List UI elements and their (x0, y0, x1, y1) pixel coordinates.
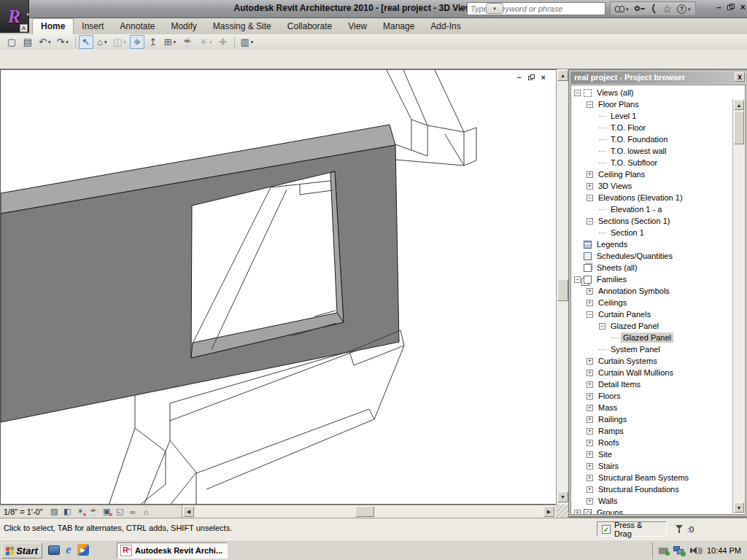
view-restore-icon[interactable] (528, 74, 535, 81)
expand-icon[interactable]: + (587, 183, 593, 190)
tree-item[interactable]: +Ramps (571, 425, 733, 437)
tree-item[interactable]: −Floor Plans (571, 98, 733, 110)
tree-item[interactable]: −Curtain Panels (571, 308, 733, 320)
expand-icon[interactable]: + (587, 370, 593, 376)
tree-vertical-scrollbar[interactable]: ▲ ▼ (732, 99, 744, 513)
collapse-icon[interactable]: − (587, 195, 593, 201)
expand-icon[interactable]: + (587, 440, 593, 446)
view-close-icon[interactable]: × (541, 73, 546, 82)
drawing-viewport[interactable] (1, 70, 555, 504)
show-crop-region-icon[interactable]: ◱ (114, 506, 126, 517)
collapse-icon[interactable]: − (587, 218, 593, 225)
tab-view[interactable]: View (340, 19, 375, 34)
horizontal-scroll-thumb[interactable] (355, 506, 374, 517)
favorites-star-icon[interactable]: ☆ (663, 4, 673, 14)
tree-item[interactable]: +Curtain Wall Mullions (571, 367, 733, 378)
tree-item[interactable]: T.O. Foundation (571, 133, 733, 145)
tree-item[interactable]: Level 1 (571, 110, 733, 122)
tab-annotate[interactable]: Annotate (112, 19, 163, 34)
chevron-down-icon[interactable]: ▾ (209, 39, 212, 44)
qat-new-file-icon[interactable]: ▢ (4, 35, 19, 49)
tab-manage[interactable]: Manage (375, 19, 422, 34)
vertical-scroll-thumb[interactable] (557, 279, 568, 301)
tree-item[interactable]: +Structural Foundations (571, 483, 733, 495)
tree-item[interactable]: Glazed Panel (571, 332, 733, 343)
tree-scroll-up-icon[interactable]: ▲ (734, 100, 744, 110)
scroll-right-icon[interactable]: ▶ (543, 506, 554, 517)
tree-item[interactable]: +Detail Items (571, 378, 733, 390)
temporary-hide-isolate-icon[interactable]: ∞ (127, 506, 139, 517)
project-browser-title[interactable]: real project - Project browser (570, 71, 746, 84)
expand-icon[interactable]: + (587, 451, 593, 458)
tree-item[interactable]: +Floors (571, 390, 733, 402)
filter-funnel-icon[interactable] (675, 525, 684, 533)
qat-switch-windows-icon[interactable]: ⊞▾ (162, 35, 178, 49)
start-button[interactable]: Start (1, 542, 42, 559)
communication-center-icon[interactable] (651, 5, 658, 12)
tree-item[interactable]: System Panel (571, 343, 733, 355)
tree-item[interactable]: Elevation 1 - a (571, 203, 733, 215)
expand-icon[interactable]: + (587, 486, 593, 493)
chevron-down-icon[interactable]: ▾ (174, 39, 177, 44)
chevron-down-icon[interactable]: ▾ (66, 39, 69, 44)
canvas-vertical-scrollbar[interactable]: ▲ ▼ (556, 69, 568, 505)
tab-add-ins[interactable]: Add-Ins (422, 19, 468, 34)
tree-item[interactable]: Schedules/Quantities (571, 250, 733, 262)
tree-item[interactable]: −Views (all) (571, 87, 733, 98)
expand-icon[interactable]: + (587, 393, 593, 400)
minimize-icon[interactable]: – (716, 2, 721, 12)
tree-item[interactable]: +Ceilings (571, 297, 733, 308)
qat-modify-cursor-icon[interactable]: ↖ (79, 35, 93, 49)
tree-item[interactable]: +Mass (571, 402, 733, 413)
expand-icon[interactable]: + (587, 416, 593, 423)
resize-grip[interactable] (556, 505, 568, 518)
qat-section-icon[interactable]: ◫▾ (111, 35, 128, 49)
rendering-dialog-icon[interactable]: ☕ (88, 506, 100, 517)
tab-massing-site[interactable]: Massing & Site (205, 19, 279, 34)
view-scale[interactable]: 1/8" = 1'-0" (4, 508, 43, 516)
tree-item[interactable]: T.O. Floor (571, 122, 733, 133)
qat-save-icon[interactable]: ▤ (20, 35, 35, 49)
tab-insert[interactable]: Insert (74, 19, 112, 34)
reveal-hidden-elements-icon[interactable]: ☼ (140, 506, 152, 517)
tab-home[interactable]: Home (32, 18, 74, 34)
expand-icon[interactable]: + (587, 463, 593, 470)
tree-item[interactable]: −Glazed Panel (571, 320, 733, 332)
collapse-icon[interactable]: − (574, 276, 581, 283)
network-icon[interactable] (673, 546, 685, 556)
tree-item[interactable]: +Stairs (571, 460, 733, 472)
tree-item[interactable]: +Structural Beam Systems (571, 472, 733, 483)
tree-item[interactable]: Section 1 (571, 227, 733, 238)
help-icon[interactable]: ?▾ (677, 4, 691, 14)
qat-shadows-icon[interactable]: ✚ (215, 35, 230, 49)
media-player-icon[interactable]: ▶ (77, 544, 89, 556)
tab-collaborate[interactable]: Collaborate (279, 19, 340, 34)
tree-scroll-thumb[interactable] (734, 111, 744, 144)
tab-modify[interactable]: Modify (163, 19, 204, 34)
project-browser-close-icon[interactable]: x (735, 72, 745, 82)
expand-icon[interactable]: + (587, 358, 593, 365)
tree-item[interactable]: −Elevations (Elevation 1) (571, 192, 733, 203)
tree-item[interactable]: +Ceiling Plans (571, 168, 733, 180)
restore-icon[interactable] (727, 4, 735, 11)
collapse-icon[interactable]: − (574, 90, 581, 96)
expand-icon[interactable]: + (574, 510, 581, 516)
close-icon[interactable]: × (740, 2, 746, 12)
canvas-horizontal-scrollbar[interactable]: ◀ ▶ (182, 505, 556, 518)
expand-icon[interactable]: + (587, 171, 593, 178)
application-menu-button[interactable]: R A ▾ (0, 0, 29, 33)
expand-icon[interactable]: + (587, 300, 593, 306)
collapse-icon[interactable]: − (587, 101, 593, 108)
chevron-down-icon[interactable]: ▾ (104, 39, 107, 44)
collapse-icon[interactable]: − (587, 311, 593, 318)
qat-user-interface-icon[interactable]: ▥▾ (238, 35, 255, 49)
tree-item[interactable]: T.O. lowest wall (571, 145, 733, 157)
ribbon-minimize-icon[interactable]: ▾ (486, 3, 503, 14)
expand-icon[interactable]: + (587, 405, 593, 411)
tree-item[interactable]: +Annotation Symbols (571, 285, 733, 297)
tree-item[interactable]: Legends (571, 238, 733, 250)
tree-item[interactable]: +Walls (571, 495, 733, 507)
qat-thin-lines-icon[interactable]: ≡ (130, 35, 144, 49)
internet-explorer-icon[interactable]: e (66, 543, 71, 556)
detail-level-icon[interactable]: ▨ (48, 506, 61, 517)
